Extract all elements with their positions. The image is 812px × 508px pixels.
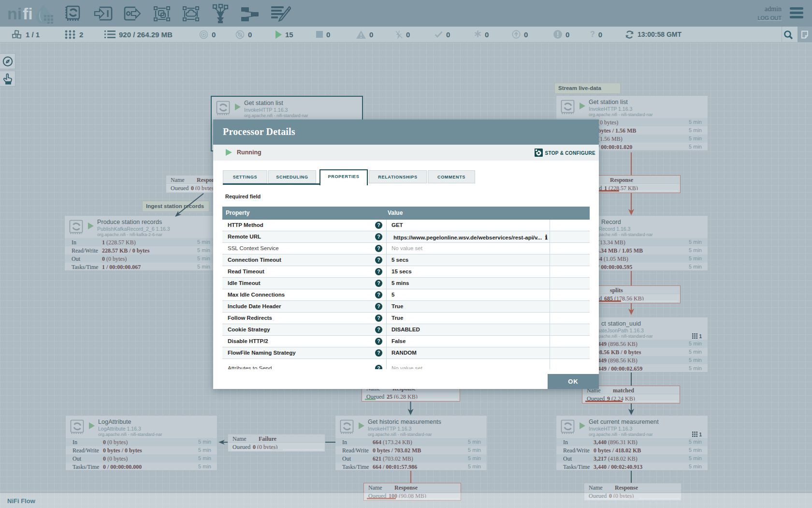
svg-text:fi: fi	[23, 4, 33, 23]
svg-text:ni: ni	[7, 4, 22, 23]
